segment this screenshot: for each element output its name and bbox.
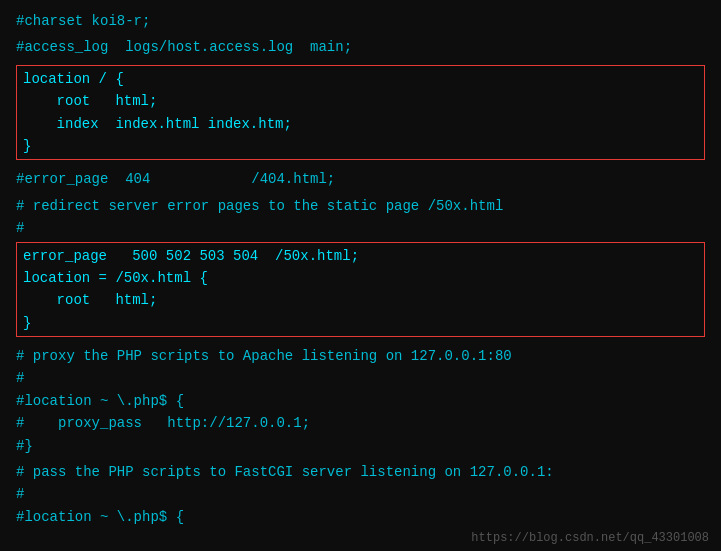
access-log-line: #access_log logs/host.access.log main; <box>16 36 705 58</box>
proxy-comment2-line: # <box>16 367 705 389</box>
proxy-comment1-line: # proxy the PHP scripts to Apache listen… <box>16 345 705 367</box>
pass-comment2-line: # <box>16 483 705 505</box>
pass-comment-line: # pass the PHP scripts to FastCGI server… <box>16 461 705 483</box>
block1-line1: location / { <box>23 68 698 90</box>
block1-line4: } <box>23 135 698 157</box>
block2-line3: root html; <box>23 289 698 311</box>
hash-close-line: #} <box>16 435 705 457</box>
charset-line: #charset koi8-r; <box>16 10 705 32</box>
block1-line2: root html; <box>23 90 698 112</box>
watermark: https://blog.csdn.net/qq_43301008 <box>471 531 709 545</box>
proxy-pass-line: # proxy_pass http://127.0.0.1; <box>16 412 705 434</box>
block2-line1: error_page 500 502 503 504 /50x.html; <box>23 245 698 267</box>
block1-line3: index index.html index.htm; <box>23 113 698 135</box>
location-php1-line: #location ~ \.php$ { <box>16 390 705 412</box>
comment2-line: # <box>16 217 705 239</box>
block2-line2: location = /50x.html { <box>23 267 698 289</box>
redirect-comment-line: # redirect server error pages to the sta… <box>16 195 705 217</box>
block2-line4: } <box>23 312 698 334</box>
error-page-404-line: #error_page 404 /404.html; <box>16 168 705 190</box>
location-php2-line: #location ~ \.php$ { <box>16 506 705 528</box>
code-area: #charset koi8-r; #access_log logs/host.a… <box>0 0 721 538</box>
location-block: location / { root html; index index.html… <box>16 65 705 161</box>
error-page-block: error_page 500 502 503 504 /50x.html; lo… <box>16 242 705 338</box>
